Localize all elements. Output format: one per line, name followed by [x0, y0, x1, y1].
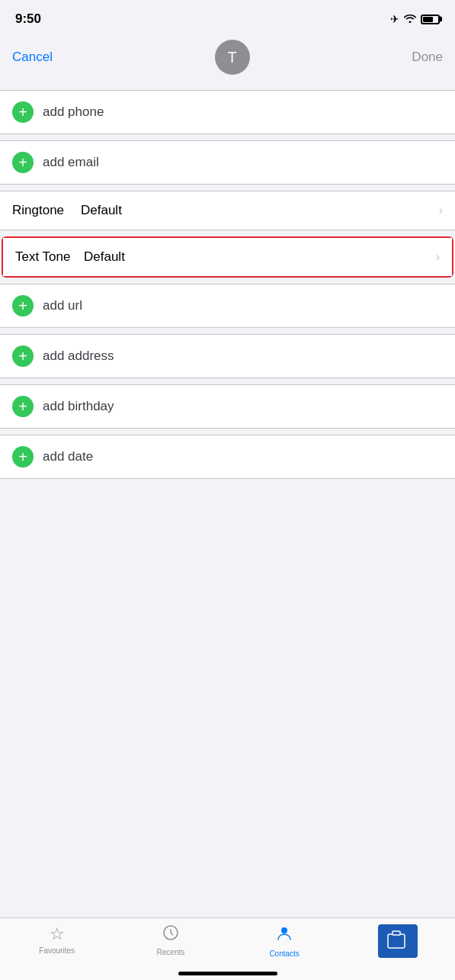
add-birthday-row[interactable]: + add birthday: [0, 385, 455, 428]
cancel-button[interactable]: Cancel: [12, 50, 53, 65]
section-separator: [0, 84, 455, 90]
add-date-section: + add date: [0, 435, 455, 479]
ringtone-value: Default: [81, 203, 439, 218]
wifi-icon: [404, 13, 416, 25]
section-separator-9: [0, 479, 455, 485]
recents-icon: [162, 924, 179, 946]
text-tone-section: Text Tone Default ›: [2, 236, 453, 278]
add-date-row[interactable]: + add date: [0, 435, 455, 478]
home-indicator: [178, 972, 277, 975]
add-phone-icon: +: [12, 101, 34, 123]
svg-rect-3: [393, 931, 400, 935]
section-separator-6: [0, 328, 455, 334]
done-button[interactable]: Done: [412, 50, 443, 65]
text-tone-value: Default: [84, 249, 436, 265]
tab-screenshot: [367, 924, 428, 958]
tab-contacts[interactable]: Contacts: [254, 924, 315, 958]
section-separator-3: [0, 185, 455, 191]
svg-point-1: [281, 927, 287, 933]
status-bar: 9:50 ✈: [0, 0, 455, 34]
section-separator-4: [0, 230, 455, 236]
favourites-label: Favourites: [39, 946, 75, 955]
favourites-icon: ☆: [50, 924, 65, 944]
add-email-row[interactable]: + add email: [0, 141, 455, 184]
add-url-row[interactable]: + add url: [0, 284, 455, 327]
airplane-icon: ✈: [390, 13, 399, 25]
ringtone-label: Ringtone: [12, 203, 81, 218]
text-tone-label: Text Tone: [15, 249, 84, 265]
add-birthday-icon: +: [12, 396, 34, 417]
add-phone-label: add phone: [43, 104, 104, 120]
battery-icon: [421, 14, 440, 24]
tab-recents[interactable]: Recents: [140, 924, 201, 956]
ringtone-section: Ringtone Default ›: [0, 191, 455, 230]
section-separator-5: [0, 278, 455, 284]
section-separator-7: [0, 378, 455, 384]
add-birthday-label: add birthday: [43, 399, 114, 414]
add-address-section: + add address: [0, 334, 455, 378]
tab-favourites[interactable]: ☆ Favourites: [27, 924, 88, 955]
add-url-section: + add url: [0, 284, 455, 328]
svg-rect-2: [388, 934, 405, 948]
recents-label: Recents: [157, 948, 185, 956]
tab-bar: ☆ Favourites Recents Contacts: [0, 917, 455, 980]
section-separator-8: [0, 429, 455, 435]
add-url-icon: +: [12, 295, 34, 316]
contacts-icon: [275, 924, 293, 947]
add-url-label: add url: [43, 298, 82, 313]
add-date-icon: +: [12, 446, 34, 468]
ringtone-row[interactable]: Ringtone Default ›: [0, 191, 455, 230]
add-address-icon: +: [12, 345, 34, 367]
text-tone-row[interactable]: Text Tone Default ›: [3, 238, 452, 276]
add-email-section: + add email: [0, 140, 455, 185]
add-address-label: add address: [43, 349, 114, 364]
add-address-row[interactable]: + add address: [0, 335, 455, 378]
add-birthday-section: + add birthday: [0, 384, 455, 429]
contacts-label: Contacts: [269, 949, 299, 958]
text-tone-chevron-icon: ›: [436, 250, 440, 264]
add-email-label: add email: [43, 155, 99, 170]
section-separator-2: [0, 134, 455, 140]
add-email-icon: +: [12, 152, 34, 173]
avatar: T: [215, 40, 250, 75]
nav-header: Cancel T Done: [0, 34, 455, 84]
status-time: 9:50: [15, 11, 41, 27]
status-icons: ✈: [390, 13, 440, 25]
ringtone-chevron-icon: ›: [439, 204, 443, 217]
add-phone-section: + add phone: [0, 90, 455, 134]
add-phone-row[interactable]: + add phone: [0, 91, 455, 133]
add-date-label: add date: [43, 449, 93, 464]
